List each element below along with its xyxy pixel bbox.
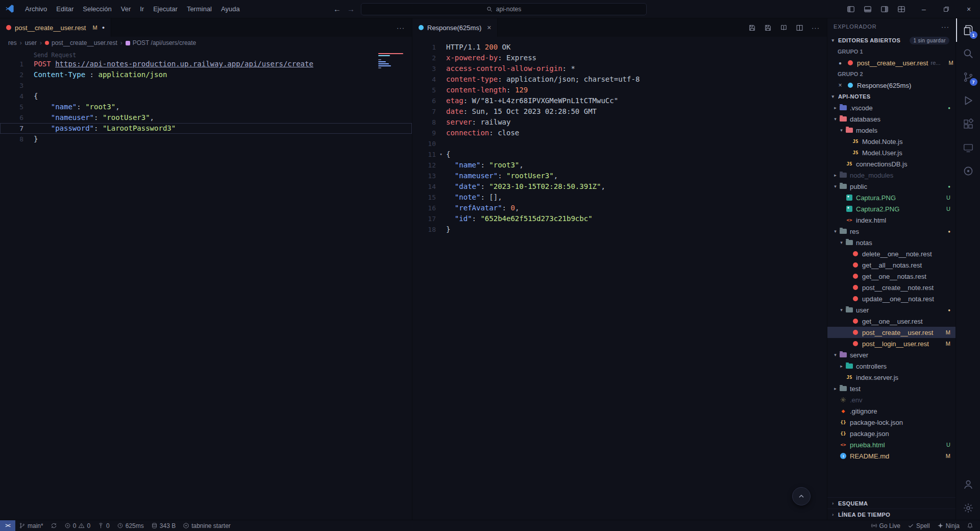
tree-item-models[interactable]: ▾models [827, 125, 955, 136]
status-problems[interactable]: 00 [61, 520, 94, 531]
menu-editar[interactable]: Editar [52, 3, 78, 15]
code-line-8[interactable]: 8server: railway [412, 117, 827, 128]
close-button[interactable]: × [958, 0, 980, 18]
search-box[interactable]: api-notes [361, 3, 647, 15]
menu-seleccion[interactable]: Selección [78, 3, 116, 15]
activity-settings[interactable] [956, 496, 980, 520]
tree-item-captura-png[interactable]: Captura.PNGU [827, 192, 955, 203]
layout-right-icon[interactable] [876, 0, 893, 18]
breadcrumb-item-user[interactable]: user [25, 39, 37, 46]
tree-item-model-note-js[interactable]: JSModel.Note.js [827, 136, 955, 147]
send-request-link[interactable]: Send Request [34, 49, 412, 59]
menu-ayuda[interactable]: Ayuda [216, 3, 244, 15]
tree-item-public[interactable]: ▾public● [827, 181, 955, 192]
tree-item-readme-md[interactable]: iREADME.mdM [827, 450, 955, 462]
activity-search[interactable] [956, 42, 980, 65]
status-ninja[interactable]: Ninja [934, 520, 963, 531]
tree-item-test[interactable]: ▸test [827, 383, 955, 394]
tree-item-notas[interactable]: ▾notas [827, 237, 955, 248]
menu-ejecutar[interactable]: Ejecutar [149, 3, 182, 15]
activity-source-control[interactable]: 7 [956, 65, 980, 89]
code-line-1[interactable]: 1POST https://api-notes-production.up.ra… [0, 59, 412, 69]
tree-item-package-lock-json[interactable]: {}package-lock.json [827, 417, 955, 428]
layout-bottom-icon[interactable] [859, 0, 876, 18]
tree-item-captura2-png[interactable]: Captura2.PNGU [827, 203, 955, 214]
nav-forward-icon[interactable]: → [347, 5, 355, 13]
activity-remote-explorer[interactable] [956, 136, 980, 159]
code-line-6[interactable]: 6etag: W/"81-+L4zr68IPVXGMeWPnL1tCTMwuCc… [412, 95, 827, 106]
code-line-6[interactable]: 6 "nameuser": "rootUser3", [0, 112, 412, 123]
restore-button[interactable] [935, 0, 958, 18]
tree-item-server[interactable]: ▾server [827, 349, 955, 360]
code-line-17[interactable]: 17 "id": "652b4e62f515d273c21b9cbc" [412, 213, 827, 224]
status-tabnine[interactable]: tabnine starter [179, 520, 234, 531]
open-editor-post-create-user-rest[interactable]: ●post__create__user.restre...M [827, 57, 955, 68]
layout-grid-icon[interactable] [893, 0, 910, 18]
code-line-4[interactable]: 4{ [0, 91, 412, 102]
tree-item-vscode[interactable]: ▸.vscode● [827, 102, 955, 113]
save-response-body-icon[interactable] [764, 24, 772, 32]
tree-item-package-json[interactable]: {}package.json [827, 428, 955, 439]
tree-item-user[interactable]: ▾user● [827, 304, 955, 316]
breadcrumb-item-post-api-users-create[interactable]: POST /api/users/create [126, 39, 197, 46]
code-line-3[interactable]: 3 [0, 80, 412, 91]
status-ports[interactable]: 0 [94, 520, 113, 531]
code-line-4[interactable]: 4content-type: application/json; charset… [412, 74, 827, 85]
chevron-down-icon[interactable]: ▾ [831, 229, 839, 234]
code-line-10[interactable]: 10 [412, 138, 827, 149]
chevron-down-icon[interactable]: ▾ [838, 240, 845, 245]
save-response-icon[interactable] [748, 24, 756, 32]
code-line-1[interactable]: 1HTTP/1.1 200 OK [412, 42, 827, 53]
code-line-2[interactable]: 2Content-Type : application/json [0, 69, 412, 80]
more-actions-icon[interactable]: ··· [812, 24, 820, 32]
code-line-13[interactable]: 13 "nameuser": "rootUser3", [412, 171, 827, 181]
menu-ir[interactable]: Ir [135, 3, 149, 15]
tree-item-index-html[interactable]: <>index.html [827, 214, 955, 226]
open-editors-header[interactable]: ▾ EDITORES ABIERTOS 1 sin guardar [827, 35, 955, 46]
code-line-8[interactable]: 8} [0, 134, 412, 144]
code-line-16[interactable]: 16 "refAvatar": 0, [412, 203, 827, 213]
response-editor[interactable]: 1HTTP/1.1 200 OK2x-powered-by: Express3a… [412, 37, 827, 520]
tree-item-model-user-js[interactable]: JSModel.User.js [827, 147, 955, 158]
split-editor-icon[interactable] [796, 24, 803, 32]
code-line-9[interactable]: 9connection: close [412, 128, 827, 138]
tree-item-get-one-user-rest[interactable]: get__one__user.rest [827, 316, 955, 327]
menu-ver[interactable]: Ver [116, 3, 136, 15]
chevron-down-icon[interactable]: ▾ [831, 184, 839, 189]
status-notifications[interactable] [963, 520, 977, 531]
tree-item-delete-one-note-rest[interactable]: delete__one__note.rest [827, 248, 955, 259]
tree-item-prueba-html[interactable]: <>prueba.htmlU [827, 439, 955, 450]
fold-icon[interactable]: ▾ [436, 149, 446, 160]
code-line-7[interactable]: 7date: Sun, 15 Oct 2023 02:28:50 GMT [412, 106, 827, 117]
code-line-12[interactable]: 12 "name": "root3", [412, 160, 827, 171]
chevron-right-icon[interactable]: ▸ [831, 386, 839, 391]
project-header[interactable]: ▾ API-NOTES [827, 91, 955, 102]
tree-item-env[interactable]: .env [827, 394, 955, 405]
more-actions-icon[interactable]: ··· [941, 23, 949, 31]
tree-item-update-one-nota-rest[interactable]: update__one__nota.rest [827, 293, 955, 304]
chevron-down-icon[interactable]: ▾ [831, 116, 839, 122]
minimize-button[interactable]: – [913, 0, 935, 18]
close-icon[interactable]: × [837, 82, 844, 89]
code-line-5[interactable]: 5content-length: 129 [412, 85, 827, 95]
preview-response-icon[interactable] [780, 24, 788, 32]
activity-run-debug[interactable] [956, 89, 980, 112]
chevron-down-icon[interactable]: ▾ [831, 352, 839, 357]
tree-item-res[interactable]: ▾res● [827, 226, 955, 237]
dirty-indicator[interactable]: ● [837, 60, 844, 66]
dirty-indicator[interactable]: ● [102, 25, 105, 30]
remote-indicator[interactable]: >< [0, 520, 15, 531]
tree-item-get-all-notas-rest[interactable]: get__all__notas.rest [827, 259, 955, 271]
code-line-15[interactable]: 15 "note": [], [412, 192, 827, 203]
code-line-7[interactable]: 7 "password": "LarootPassword3" [0, 123, 412, 134]
activity-extensions[interactable] [956, 112, 980, 136]
tree-item-index-server-js[interactable]: JSindex.server.js [827, 372, 955, 383]
breadcrumb-item-post-create-user-rest[interactable]: post__create__user.rest [45, 39, 117, 46]
activity-explorer[interactable]: 1 [956, 18, 980, 42]
status-spell[interactable]: Spell [904, 520, 934, 531]
tree-item-post-create-note-rest[interactable]: post__create__note.rest [827, 282, 955, 293]
outline-section[interactable]: › ESQUEMA [827, 497, 955, 509]
minimap[interactable] [378, 53, 405, 68]
status-go-live[interactable]: Go Live [867, 520, 904, 531]
tree-item-post-create-user-rest[interactable]: post__create__user.restM [827, 327, 955, 338]
